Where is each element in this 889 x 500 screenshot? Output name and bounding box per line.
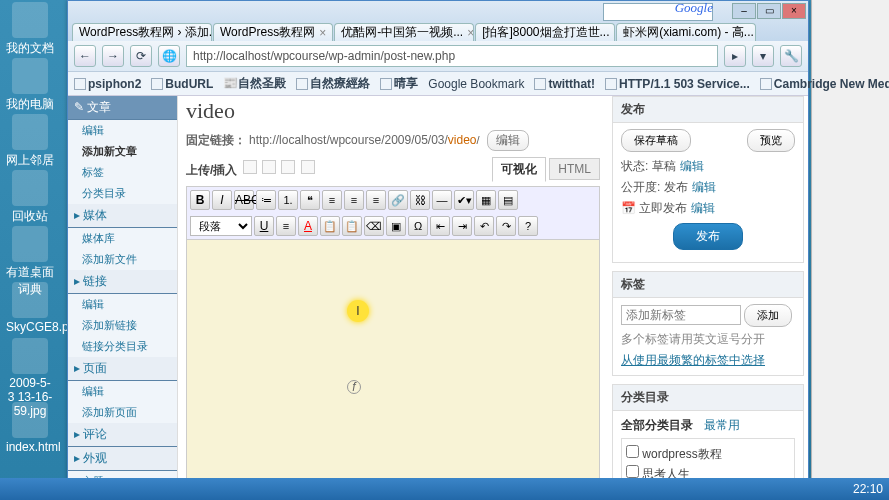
sidebar-section-appearance[interactable]: ▸ 外观: [68, 447, 177, 471]
close-icon[interactable]: ×: [614, 26, 616, 40]
indent-button[interactable]: ⇥: [452, 216, 472, 236]
bookmark[interactable]: HTTP/1.1 503 Service...: [605, 77, 750, 91]
embed-button[interactable]: ▣: [386, 216, 406, 236]
back-button[interactable]: ←: [74, 45, 96, 67]
sidebar-item[interactable]: 添加新页面: [68, 402, 177, 423]
bookmark[interactable]: BudURL: [151, 77, 213, 91]
bookmark[interactable]: Google Bookmark: [428, 77, 524, 91]
fullscreen-button[interactable]: ▦: [476, 190, 496, 210]
paste-word-button[interactable]: 📋: [342, 216, 362, 236]
kitchensink-button[interactable]: ▤: [498, 190, 518, 210]
url-input[interactable]: http://localhost/wpcourse/wp-admin/post-…: [186, 45, 718, 67]
quote-button[interactable]: ❝: [300, 190, 320, 210]
add-video-icon[interactable]: [262, 160, 276, 174]
undo-button[interactable]: ↶: [474, 216, 494, 236]
cat-tab-all[interactable]: 全部分类目录: [621, 418, 693, 432]
close-icon[interactable]: ×: [319, 26, 326, 40]
desktop-icon[interactable]: index.html: [6, 402, 54, 454]
category-item[interactable]: wordpress教程: [626, 445, 790, 463]
align-right-button[interactable]: ≡: [366, 190, 386, 210]
edit-visibility-link[interactable]: 编辑: [692, 180, 716, 194]
visual-tab[interactable]: 可视化: [492, 157, 546, 182]
add-tag-button[interactable]: 添加: [744, 304, 792, 327]
browser-tab[interactable]: 虾米网(xiami.com) - 高...×: [616, 23, 756, 41]
unlink-button[interactable]: ⛓: [410, 190, 430, 210]
add-image-icon[interactable]: [243, 160, 257, 174]
add-media-icon[interactable]: [301, 160, 315, 174]
add-audio-icon[interactable]: [281, 160, 295, 174]
taskbar[interactable]: 22:10: [0, 478, 889, 500]
sidebar-item[interactable]: 分类目录: [68, 183, 177, 204]
tags-header[interactable]: 标签: [613, 272, 803, 298]
sidebar-item[interactable]: 编辑: [68, 294, 177, 315]
desktop-icon[interactable]: 网上邻居: [6, 114, 54, 169]
categories-header[interactable]: 分类目录: [613, 385, 803, 411]
close-icon[interactable]: ×: [467, 26, 474, 40]
textcolor-button[interactable]: A: [298, 216, 318, 236]
ol-button[interactable]: 1.: [278, 190, 298, 210]
page-menu-button[interactable]: ▾: [752, 45, 774, 67]
bold-button[interactable]: B: [190, 190, 210, 210]
go-button[interactable]: ▸: [724, 45, 746, 67]
minimize-button[interactable]: –: [732, 3, 756, 19]
help-button[interactable]: ?: [518, 216, 538, 236]
tag-input[interactable]: [621, 305, 741, 325]
sidebar-item[interactable]: 添加新链接: [68, 315, 177, 336]
sidebar-item[interactable]: 标签: [68, 162, 177, 183]
wrench-button[interactable]: 🔧: [780, 45, 802, 67]
desktop-icon[interactable]: 我的文档: [6, 2, 54, 57]
sidebar-item[interactable]: 媒体库: [68, 228, 177, 249]
sidebar-section-media[interactable]: ▸ 媒体: [68, 204, 177, 228]
preview-button[interactable]: 预览: [747, 129, 795, 152]
desktop-icon[interactable]: 回收站: [6, 170, 54, 225]
sidebar-section-comments[interactable]: ▸ 评论: [68, 423, 177, 447]
desktop-icon[interactable]: 我的电脑: [6, 58, 54, 113]
bookmark[interactable]: 📰自然圣殿: [223, 75, 286, 92]
bookmark[interactable]: 晴享: [380, 75, 418, 92]
close-button[interactable]: ×: [782, 3, 806, 19]
bookmark[interactable]: twitthat!: [534, 77, 595, 91]
spell-button[interactable]: ✔▾: [454, 190, 474, 210]
forward-button[interactable]: →: [102, 45, 124, 67]
save-draft-button[interactable]: 保存草稿: [621, 129, 691, 152]
edit-permalink-button[interactable]: 编辑: [487, 130, 529, 151]
link-button[interactable]: 🔗: [388, 190, 408, 210]
cat-tab-popular[interactable]: 最常用: [704, 418, 740, 432]
format-select[interactable]: 段落: [190, 216, 252, 236]
browser-tab[interactable]: [拍客]8000烟盒打造世...×: [475, 23, 615, 41]
publish-header[interactable]: 发布: [613, 97, 803, 123]
sidebar-item[interactable]: 添加新文件: [68, 249, 177, 270]
sidebar-item[interactable]: 编辑: [68, 120, 177, 141]
ul-button[interactable]: ≔: [256, 190, 276, 210]
justify-button[interactable]: ≡: [276, 216, 296, 236]
char-button[interactable]: Ω: [408, 216, 428, 236]
sidebar-item[interactable]: 编辑: [68, 381, 177, 402]
sidebar-item[interactable]: 链接分类目录: [68, 336, 177, 357]
outdent-button[interactable]: ⇤: [430, 216, 450, 236]
clear-format-button[interactable]: ⌫: [364, 216, 384, 236]
edit-status-link[interactable]: 编辑: [680, 159, 704, 173]
editor-canvas[interactable]: I f: [186, 240, 600, 488]
browser-tab[interactable]: 优酷网-中国第一视频...×: [334, 23, 474, 41]
bookmark[interactable]: Cambridge New Medi...: [760, 77, 889, 91]
underline-button[interactable]: U: [254, 216, 274, 236]
html-tab[interactable]: HTML: [549, 158, 600, 180]
bookmark[interactable]: 自然療經絡: [296, 75, 370, 92]
sidebar-section-posts[interactable]: ✎ 文章: [68, 96, 177, 120]
permalink-slug[interactable]: video: [448, 133, 477, 147]
italic-button[interactable]: I: [212, 190, 232, 210]
strike-button[interactable]: ABC: [234, 190, 254, 210]
maximize-button[interactable]: ▭: [757, 3, 781, 19]
sidebar-item-addnew[interactable]: 添加新文章: [68, 141, 177, 162]
reload-button[interactable]: ⟳: [130, 45, 152, 67]
bookmark[interactable]: psiphon2: [74, 77, 141, 91]
sidebar-section-pages[interactable]: ▸ 页面: [68, 357, 177, 381]
more-button[interactable]: —: [432, 190, 452, 210]
sidebar-section-links[interactable]: ▸ 链接: [68, 270, 177, 294]
desktop-icon[interactable]: SkyCGE8.png: [6, 282, 54, 334]
align-left-button[interactable]: ≡: [322, 190, 342, 210]
paste-text-button[interactable]: 📋: [320, 216, 340, 236]
browser-tab[interactable]: WordPress教程网×: [213, 23, 333, 41]
publish-button[interactable]: 发布: [673, 223, 743, 250]
align-center-button[interactable]: ≡: [344, 190, 364, 210]
